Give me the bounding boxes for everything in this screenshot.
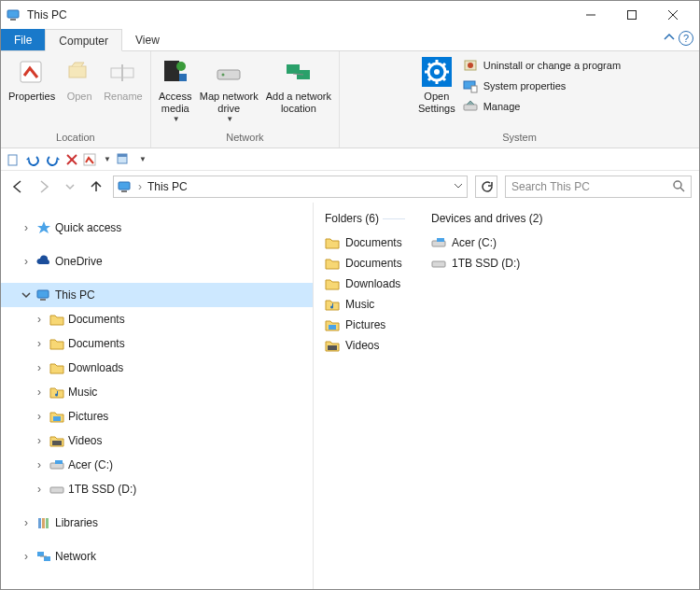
open-settings-button[interactable]: Open Settings — [414, 53, 459, 117]
tab-view[interactable]: View — [122, 29, 173, 50]
chevron-right-icon[interactable]: › — [20, 221, 33, 234]
drive-c[interactable]: Acer (C:) — [431, 232, 534, 253]
minimize-button[interactable] — [570, 2, 611, 28]
chevron-right-icon[interactable]: › — [20, 516, 33, 529]
redo-icon[interactable] — [46, 153, 61, 166]
libraries-icon — [36, 515, 51, 530]
search-input[interactable] — [511, 180, 672, 193]
ribbon: Properties Open Rename Location Access m… — [1, 51, 699, 148]
chevron-right-icon[interactable]: › — [33, 386, 46, 399]
search-box[interactable] — [505, 176, 692, 198]
folder-icon — [49, 360, 64, 375]
group-header-drives[interactable]: Devices and drives (2) — [431, 212, 546, 225]
address-location[interactable]: This PC — [147, 180, 188, 193]
nav-recent-button[interactable] — [61, 177, 79, 196]
svg-line-28 — [428, 77, 431, 80]
videos-folder-icon — [49, 433, 64, 448]
uninstall-program-button[interactable]: Uninstall or change a program — [459, 55, 624, 76]
properties-qat-icon[interactable] — [83, 153, 96, 166]
group-header-folders[interactable]: Folders (6) — [325, 212, 405, 225]
ribbon-group-network: Access media▼ Map network drive▼ Add a n… — [151, 51, 340, 148]
chevron-right-icon[interactable]: › — [33, 483, 46, 496]
nav-videos[interactable]: ›Videos — [1, 428, 313, 453]
svg-rect-10 — [164, 61, 179, 81]
qat-view-icon[interactable] — [117, 153, 132, 166]
network-icon — [36, 549, 51, 564]
maximize-button[interactable] — [611, 2, 652, 28]
folder-pictures[interactable]: Pictures — [325, 315, 405, 335]
chevron-right-icon[interactable]: › — [33, 434, 46, 447]
pictures-folder-icon — [49, 409, 64, 424]
minimize-ribbon-icon[interactable] — [664, 32, 675, 46]
drive-d[interactable]: 1TB SSD (D:) — [431, 253, 534, 274]
nav-quick-access[interactable]: › Quick access — [1, 216, 313, 240]
address-box[interactable]: › This PC — [113, 176, 468, 198]
add-network-location-button[interactable]: Add a network location — [262, 53, 335, 117]
drive-icon — [431, 235, 446, 250]
help-icon[interactable]: ? — [679, 31, 693, 46]
nav-back-button[interactable] — [8, 177, 27, 196]
dropdown-icon: ▼ — [173, 115, 180, 123]
qat-dropdown-icon[interactable]: ▼ — [104, 155, 111, 163]
folder-documents-2[interactable]: Documents — [325, 253, 405, 274]
settings-icon — [421, 55, 453, 89]
chevron-right-icon[interactable]: › — [33, 337, 46, 350]
undo-icon[interactable] — [25, 153, 40, 166]
chevron-right-icon[interactable]: › — [33, 361, 46, 374]
nav-this-pc[interactable]: This PC — [1, 283, 313, 307]
folder-documents[interactable]: Documents — [325, 232, 405, 253]
svg-point-42 — [674, 181, 681, 189]
system-properties-button[interactable]: System properties — [459, 76, 624, 96]
manage-button[interactable]: Manage — [459, 96, 624, 117]
folder-videos[interactable]: Videos — [325, 335, 405, 356]
nav-music[interactable]: ›Music — [1, 380, 313, 404]
delete-icon[interactable] — [66, 154, 77, 165]
nav-drive-c[interactable]: ›Acer (C:) — [1, 453, 313, 477]
nav-pictures[interactable]: ›Pictures — [1, 404, 313, 428]
music-folder-icon — [325, 297, 340, 312]
qat-new-icon[interactable] — [7, 153, 20, 166]
access-media-button[interactable]: Access media▼ — [155, 53, 196, 125]
svg-rect-46 — [53, 416, 61, 421]
nav-downloads[interactable]: ›Downloads — [1, 356, 313, 380]
chevron-right-icon[interactable]: › — [33, 410, 46, 423]
svg-rect-51 — [38, 518, 41, 528]
breadcrumb-sep-icon: › — [138, 180, 142, 193]
map-network-drive-button[interactable]: Map network drive▼ — [196, 53, 262, 125]
folder-icon — [325, 235, 340, 250]
chevron-right-icon[interactable]: › — [33, 458, 46, 471]
pictures-folder-icon — [325, 317, 340, 332]
chevron-down-icon[interactable] — [20, 288, 33, 302]
chevron-right-icon[interactable]: › — [33, 313, 46, 326]
tab-file[interactable]: File — [1, 29, 45, 50]
chevron-right-icon[interactable]: › — [20, 255, 33, 268]
map-drive-icon — [214, 55, 244, 89]
open-button[interactable]: Open — [59, 53, 100, 105]
this-pc-icon — [7, 7, 21, 22]
nav-documents-2[interactable]: ›Documents — [1, 331, 313, 356]
tab-computer[interactable]: Computer — [45, 29, 122, 51]
ribbon-group-location: Properties Open Rename Location — [1, 51, 151, 148]
close-button[interactable] — [652, 2, 693, 28]
folder-music[interactable]: Music — [325, 294, 405, 315]
svg-rect-1 — [10, 19, 16, 21]
rename-button[interactable]: Rename — [100, 53, 147, 105]
drive-icon — [49, 482, 64, 497]
nav-forward-button[interactable] — [35, 177, 53, 196]
properties-button[interactable]: Properties — [5, 53, 59, 105]
address-dropdown-icon[interactable] — [454, 180, 463, 193]
drive-icon — [49, 457, 64, 472]
nav-up-button[interactable] — [87, 177, 105, 196]
nav-drive-d[interactable]: ›1TB SSD (D:) — [1, 477, 313, 501]
chevron-right-icon[interactable]: › — [20, 550, 33, 563]
qat-view-dropdown-icon[interactable]: ▼ — [139, 155, 147, 163]
refresh-button[interactable] — [475, 176, 497, 198]
quick-access-toolbar: ▼ ▼ — [1, 148, 699, 171]
nav-onedrive[interactable]: › OneDrive — [1, 249, 313, 274]
nav-libraries[interactable]: ›Libraries — [1, 511, 313, 535]
folder-downloads[interactable]: Downloads — [325, 274, 405, 294]
nav-documents[interactable]: ›Documents — [1, 307, 313, 331]
nav-network[interactable]: ›Network — [1, 544, 313, 569]
svg-rect-49 — [55, 460, 63, 464]
title-bar: This PC — [1, 1, 699, 29]
